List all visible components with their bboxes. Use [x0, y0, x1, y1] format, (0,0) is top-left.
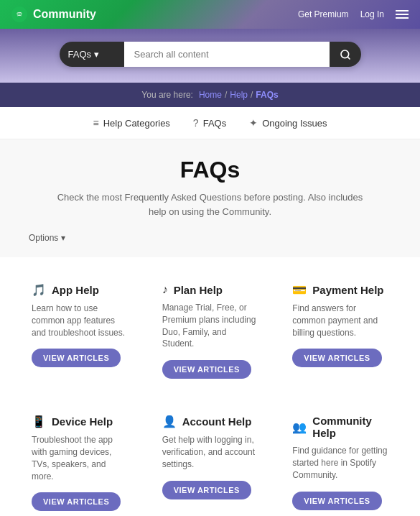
card-account-help-desc: Get help with logging in, verification, …: [162, 434, 258, 470]
card-app-help-button[interactable]: VIEW ARTICLES: [32, 349, 121, 367]
card-device-help-desc: Troubleshoot the app with gaming devices…: [32, 434, 128, 482]
card-plan-help-title: Plan Help: [174, 284, 223, 296]
search-input[interactable]: [124, 42, 330, 67]
header: Community Get Premium Log In: [0, 0, 420, 29]
account-help-icon: 👤: [162, 415, 177, 428]
card-plan-help-desc: Manage Trial, Free, or Premium plans inc…: [162, 302, 258, 350]
tab-faqs-label: FAQs: [203, 118, 227, 129]
card-plan-help-button[interactable]: VIEW ARTICLES: [162, 360, 251, 379]
issues-icon: ✦: [249, 117, 258, 129]
breadcrumb-current: FAQs: [256, 90, 278, 100]
card-account-help: 👤 Account Help Get help with logging in,…: [152, 403, 269, 516]
search-section: FAQs ▾: [0, 29, 420, 83]
breadcrumb: You are here: Home / Help / FAQs: [141, 90, 278, 100]
search-dropdown[interactable]: FAQs ▾: [60, 42, 124, 67]
question-icon: ?: [193, 117, 199, 129]
card-community-help-header: 👥 Community Help: [292, 415, 388, 439]
tab-help-categories[interactable]: ≡ Help Categories: [93, 117, 169, 129]
card-community-help-button[interactable]: VIEW ARTICLES: [292, 492, 381, 510]
search-bar: FAQs ▾: [60, 42, 361, 67]
card-payment-help-desc: Find answers for common payment and bill…: [292, 303, 388, 338]
app-help-icon: 🎵: [32, 283, 46, 297]
tab-ongoing-issues-label: Ongoing Issues: [262, 118, 327, 129]
options-chevron-icon: ▾: [61, 233, 65, 243]
card-plan-help-header: ♪ Plan Help: [162, 283, 258, 296]
nav-tabs: ≡ Help Categories ? FAQs ✦ Ongoing Issue…: [0, 107, 420, 139]
card-app-help-header: 🎵 App Help: [32, 283, 128, 297]
card-plan-help: ♪ Plan Help Manage Trial, Free, or Premi…: [152, 272, 269, 389]
card-community-help-desc: Find guidance for getting started here i…: [292, 445, 388, 481]
cards-grid: 🎵 App Help Learn how to use common app f…: [22, 272, 398, 516]
card-device-help: 📱 Device Help Troubleshoot the app with …: [22, 403, 138, 516]
card-payment-help-button[interactable]: VIEW ARTICLES: [292, 349, 381, 367]
card-device-help-header: 📱 Device Help: [32, 415, 128, 428]
grid-icon: ≡: [93, 117, 98, 129]
page-description: Check the most Frequently Asked Question…: [29, 190, 391, 218]
card-payment-help: 💳 Payment Help Find answers for common p…: [282, 272, 398, 389]
tab-help-categories-label: Help Categories: [103, 118, 170, 129]
cards-section: 🎵 App Help Learn how to use common app f…: [0, 257, 420, 516]
card-account-help-button[interactable]: VIEW ARTICLES: [162, 481, 251, 499]
hamburger-menu[interactable]: [396, 10, 409, 19]
dropdown-label: FAQs: [68, 49, 92, 60]
tab-ongoing-issues[interactable]: ✦ Ongoing Issues: [249, 117, 327, 129]
plan-help-icon: ♪: [162, 283, 168, 296]
options-label: Options: [29, 233, 58, 243]
svg-point-0: [15, 10, 24, 19]
card-device-help-button[interactable]: VIEW ARTICLES: [32, 492, 121, 511]
payment-help-icon: 💳: [292, 283, 307, 297]
card-device-help-title: Device Help: [52, 415, 113, 428]
search-icon: [340, 49, 351, 60]
get-premium-link[interactable]: Get Premium: [298, 9, 349, 19]
card-app-help-title: App Help: [52, 284, 99, 296]
spotify-logo: [11, 6, 27, 22]
card-account-help-header: 👤 Account Help: [162, 415, 258, 428]
main-content: FAQs Check the most Frequently Asked Que…: [0, 139, 420, 257]
breadcrumb-help[interactable]: Help: [230, 90, 248, 100]
card-app-help-desc: Learn how to use common app features and…: [32, 303, 128, 338]
card-app-help: 🎵 App Help Learn how to use common app f…: [22, 272, 138, 389]
tab-faqs[interactable]: ? FAQs: [193, 117, 226, 129]
breadcrumb-bar: You are here: Home / Help / FAQs: [0, 83, 420, 107]
header-left: Community: [11, 6, 96, 22]
breadcrumb-home[interactable]: Home: [199, 90, 222, 100]
community-help-icon: 👥: [292, 420, 307, 434]
svg-line-2: [347, 57, 350, 59]
card-payment-help-header: 💳 Payment Help: [292, 283, 388, 297]
card-account-help-title: Account Help: [182, 415, 252, 428]
options-bar: Options ▾: [29, 233, 391, 250]
card-community-help-title: Community Help: [312, 415, 388, 439]
header-right: Get Premium Log In: [298, 9, 409, 19]
options-button[interactable]: Options ▾: [29, 233, 65, 243]
page-title: FAQs: [29, 157, 391, 183]
header-title: Community: [33, 8, 96, 21]
device-help-icon: 📱: [32, 415, 46, 428]
breadcrumb-you-are-here: You are here:: [141, 90, 193, 100]
card-community-help: 👥 Community Help Find guidance for getti…: [282, 403, 398, 516]
search-button[interactable]: [330, 42, 361, 67]
chevron-down-icon: ▾: [94, 49, 99, 60]
card-payment-help-title: Payment Help: [312, 284, 383, 296]
log-in-link[interactable]: Log In: [360, 9, 384, 19]
